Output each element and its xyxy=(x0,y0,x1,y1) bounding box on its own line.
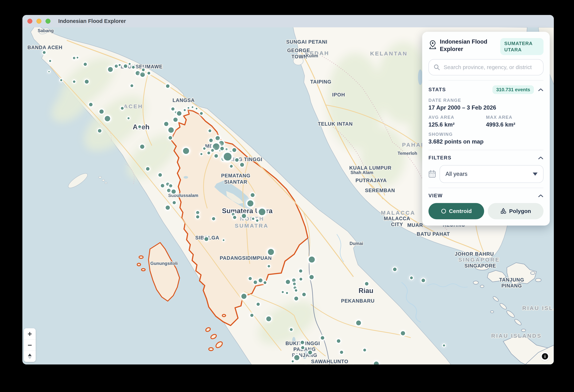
flood-event-marker[interactable] xyxy=(89,102,93,107)
flood-event-marker[interactable] xyxy=(72,56,76,60)
flood-event-marker[interactable] xyxy=(421,278,426,283)
flood-event-marker[interactable] xyxy=(127,117,130,120)
flood-event-marker[interactable] xyxy=(142,68,145,72)
flood-event-marker[interactable] xyxy=(158,173,162,177)
flood-event-marker[interactable] xyxy=(240,162,245,167)
flood-event-marker[interactable] xyxy=(301,346,305,350)
flood-event-marker[interactable] xyxy=(196,215,200,219)
stats-collapse-chevron-icon[interactable] xyxy=(538,88,543,92)
flood-event-marker[interactable] xyxy=(83,62,87,66)
flood-event-marker[interactable] xyxy=(294,355,300,361)
flood-event-marker[interactable] xyxy=(48,71,50,73)
flood-event-marker[interactable] xyxy=(172,201,176,205)
flood-event-marker[interactable] xyxy=(250,313,254,317)
compass-pitch-button[interactable] xyxy=(24,351,36,362)
flood-event-marker[interactable] xyxy=(208,129,212,133)
flood-event-marker[interactable] xyxy=(209,138,213,143)
flood-event-marker[interactable] xyxy=(258,208,266,216)
flood-event-marker[interactable] xyxy=(204,237,209,242)
flood-event-marker[interactable] xyxy=(203,147,206,150)
flood-event-marker[interactable] xyxy=(292,282,296,286)
flood-event-marker[interactable] xyxy=(241,293,247,299)
flood-event-marker[interactable] xyxy=(233,215,237,220)
flood-event-marker[interactable] xyxy=(235,158,239,162)
flood-event-marker[interactable] xyxy=(308,256,315,263)
flood-event-marker[interactable] xyxy=(300,340,305,345)
fullscreen-button[interactable] xyxy=(45,19,50,24)
flood-event-marker[interactable] xyxy=(241,213,246,219)
flood-event-marker[interactable] xyxy=(49,59,52,62)
flood-event-marker[interactable] xyxy=(220,146,224,151)
flood-event-marker[interactable] xyxy=(320,336,325,340)
flood-event-marker[interactable] xyxy=(356,320,362,326)
flood-event-marker[interactable] xyxy=(281,291,284,294)
flood-event-marker[interactable] xyxy=(130,84,134,88)
flood-event-marker[interactable] xyxy=(120,106,124,110)
flood-event-marker[interactable] xyxy=(169,184,173,188)
flood-event-marker[interactable] xyxy=(165,84,170,88)
polygon-view-button[interactable]: Polygon xyxy=(488,203,543,219)
flood-event-marker[interactable] xyxy=(84,79,89,84)
flood-event-marker[interactable] xyxy=(247,200,254,207)
flood-event-marker[interactable] xyxy=(299,277,303,281)
flood-event-marker[interactable] xyxy=(232,148,237,152)
flood-event-marker[interactable] xyxy=(340,350,344,354)
flood-event-marker[interactable] xyxy=(60,79,63,82)
flood-event-marker[interactable] xyxy=(140,72,145,77)
flood-event-marker[interactable] xyxy=(267,248,275,256)
flood-event-marker[interactable] xyxy=(258,278,263,283)
flood-event-marker[interactable] xyxy=(183,109,186,112)
flood-event-marker[interactable] xyxy=(256,219,259,222)
flood-event-marker[interactable] xyxy=(229,164,233,168)
flood-event-marker[interactable] xyxy=(200,153,203,156)
centroid-view-button[interactable]: Centroid xyxy=(429,203,484,219)
flood-event-marker[interactable] xyxy=(118,64,121,67)
flood-event-marker[interactable] xyxy=(76,56,79,59)
flood-event-marker[interactable] xyxy=(336,339,341,343)
flood-event-marker[interactable] xyxy=(266,316,272,322)
flood-event-marker[interactable] xyxy=(410,276,413,280)
flood-event-marker[interactable] xyxy=(72,80,76,83)
filters-collapse-chevron-icon[interactable] xyxy=(538,156,543,160)
flood-event-marker[interactable] xyxy=(195,107,198,110)
flood-event-marker[interactable] xyxy=(291,360,294,363)
flood-event-marker[interactable] xyxy=(187,107,190,109)
flood-event-marker[interactable] xyxy=(286,292,288,295)
flood-event-marker[interactable] xyxy=(214,154,218,158)
close-button[interactable] xyxy=(27,19,32,24)
flood-event-marker[interactable] xyxy=(443,344,446,347)
flood-event-marker[interactable] xyxy=(99,109,104,114)
flood-event-marker[interactable] xyxy=(212,217,216,221)
flood-event-marker[interactable] xyxy=(256,302,260,306)
flood-event-marker[interactable] xyxy=(200,112,203,115)
flood-event-marker[interactable] xyxy=(168,127,174,133)
flood-event-marker[interactable] xyxy=(263,281,267,284)
flood-event-marker[interactable] xyxy=(248,277,252,280)
flood-event-marker[interactable] xyxy=(145,167,150,171)
flood-event-marker[interactable] xyxy=(393,267,397,272)
flood-event-marker[interactable] xyxy=(191,106,194,109)
flood-event-marker[interactable] xyxy=(128,62,131,65)
flood-event-marker[interactable] xyxy=(365,281,369,286)
flood-event-marker[interactable] xyxy=(104,115,111,122)
flood-event-marker[interactable] xyxy=(373,361,379,364)
flood-event-marker[interactable] xyxy=(167,188,171,193)
flood-event-marker[interactable] xyxy=(285,279,290,284)
flood-event-marker[interactable] xyxy=(215,136,220,141)
flood-event-marker[interactable] xyxy=(165,205,170,210)
flood-event-marker[interactable] xyxy=(171,107,175,111)
flood-event-marker[interactable] xyxy=(138,125,142,129)
flood-event-marker[interactable] xyxy=(123,64,128,68)
flood-event-marker[interactable] xyxy=(207,151,211,155)
flood-event-marker[interactable] xyxy=(250,193,255,197)
flood-event-marker[interactable] xyxy=(299,269,303,273)
flood-event-marker[interactable] xyxy=(253,280,258,284)
flood-event-marker[interactable] xyxy=(42,51,46,54)
flood-event-marker[interactable] xyxy=(211,149,214,152)
flood-event-marker[interactable] xyxy=(251,217,255,220)
flood-event-marker[interactable] xyxy=(308,350,312,355)
flood-event-marker[interactable] xyxy=(131,65,135,69)
flood-event-marker[interactable] xyxy=(294,296,299,301)
flood-event-marker[interactable] xyxy=(182,147,190,155)
flood-event-marker[interactable] xyxy=(171,189,176,194)
